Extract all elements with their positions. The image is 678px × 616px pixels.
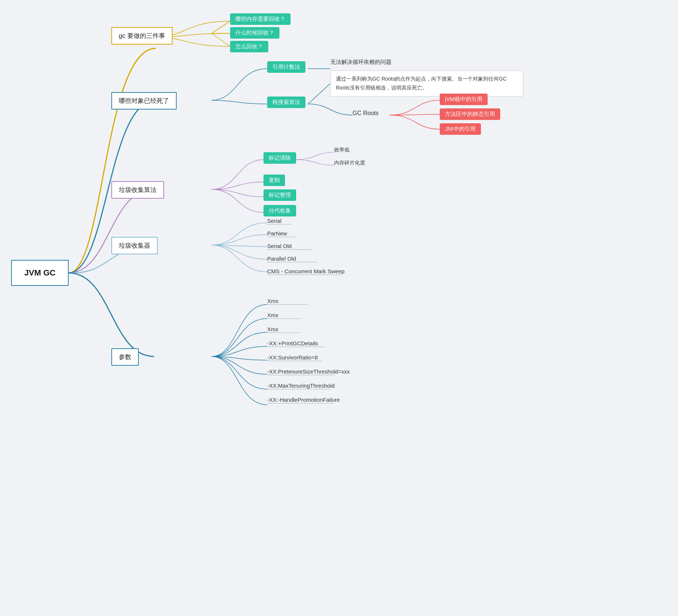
param-xms-label: Xms	[267, 298, 278, 304]
collector-parnew: ParNew	[267, 230, 287, 237]
collector-serial-old-label: Serial Old	[267, 243, 292, 249]
algo-mark-clear: 标记清除	[263, 152, 296, 164]
branch-gc-collectors: 垃圾收集器	[111, 237, 158, 254]
gc-root-jni-label: JNI中的引用	[445, 126, 476, 133]
root-node: JVM GC	[11, 260, 69, 286]
collector-serial: Serial	[267, 218, 281, 224]
algo-gen-collect: 分代收集	[263, 205, 296, 216]
params-label: 参数	[119, 353, 131, 361]
gc-child-2-label: 什么时候回收？	[235, 29, 274, 36]
algo-sub2-text: 内存碎片化度	[334, 160, 365, 166]
param-maxtenuring-label: -XX:MaxTenuringThreshold	[267, 382, 335, 389]
branch-params: 参数	[111, 348, 139, 366]
algo-mark-compact: 标记整理	[263, 189, 296, 201]
param-survivor: -XX:SurvivorRatio=8	[267, 354, 318, 361]
collector-parallel-old-label: Parallel Old	[267, 255, 296, 262]
gc-root-method-label: 方法区中的静态引用	[445, 111, 495, 118]
algo-copy-label: 复制	[269, 177, 280, 184]
gc-child-1-label: 哪些内存需要回收？	[235, 16, 285, 23]
root-search-desc: 通过一系列称为GC Roots的点作为起点，向下搜索。当一个对象到任何GC Ro…	[330, 71, 523, 97]
gc-collectors-label: 垃圾收集器	[119, 241, 150, 250]
collector-parallel-old: Parallel Old	[267, 255, 296, 262]
root-search-node: 根搜索算法	[267, 97, 305, 108]
svg-line-2	[212, 33, 230, 46]
collector-cms-label: CMS - Concurrent Mark Sweep	[267, 268, 344, 274]
algo-gen-collect-label: 分代收集	[269, 207, 291, 214]
gc-things-label: gc 要做的三件事	[119, 32, 165, 40]
root-search-label: 根搜索算法	[272, 99, 300, 106]
gc-child-2: 什么时候回收？	[230, 27, 279, 39]
param-printgc-label: -XX:+PrintGCDetails	[267, 340, 318, 346]
gc-child-3-label: 怎么回收？	[235, 43, 263, 50]
algo-mark-clear-label: 标记清除	[269, 154, 291, 162]
which-dead-label: 哪些对象已经死了	[119, 97, 169, 105]
ref-count-desc: 无法解决循环依赖的问题	[330, 59, 392, 66]
param-xms: Xms	[267, 298, 278, 304]
algo-mark-clear-sub2: 内存碎片化度	[334, 160, 365, 166]
param-pretenure-label: -XX:PretenureSizeThreshold=xxx	[267, 368, 350, 375]
collector-parnew-label: ParNew	[267, 230, 287, 237]
gc-child-3: 怎么回收？	[230, 41, 268, 52]
gc-root-method: 方法区中的静态引用	[440, 108, 500, 120]
svg-line-0	[212, 21, 230, 33]
param-printgc: -XX:+PrintGCDetails	[267, 340, 318, 346]
gc-roots-text: GC Roots	[353, 110, 379, 117]
collector-serial-old: Serial Old	[267, 243, 292, 249]
ref-count-label: 引用计数法	[272, 63, 300, 71]
param-xmx1: Xmx	[267, 312, 278, 318]
algo-sub1-text: 效率低	[334, 147, 350, 153]
gc-root-jvm-label: jVM栈中的引用	[445, 96, 482, 103]
algo-mark-clear-sub1: 效率低	[334, 147, 350, 153]
algo-copy: 复制	[263, 175, 285, 186]
param-xmx1-label: Xmx	[267, 312, 278, 318]
param-xmx2-label: Xmx	[267, 326, 278, 332]
root-label: JVM GC	[24, 268, 55, 278]
gc-root-jvm: jVM栈中的引用	[440, 94, 488, 105]
gc-root-jni: JNI中的引用	[440, 123, 481, 135]
param-xmx2: Xmx	[267, 326, 278, 332]
param-pretenure: -XX:PretenureSizeThreshold=xxx	[267, 368, 350, 375]
gc-roots-label: GC Roots	[353, 110, 379, 117]
collector-cms: CMS - Concurrent Mark Sweep	[267, 268, 344, 274]
svg-line-4	[308, 84, 330, 104]
param-handle-promo: -XX:-HandlePromotionFailure	[267, 397, 340, 403]
param-handle-promo-label: -XX:-HandlePromotionFailure	[267, 397, 340, 403]
collector-serial-label: Serial	[267, 218, 281, 224]
ref-count-node: 引用计数法	[267, 61, 305, 73]
param-maxtenuring: -XX:MaxTenuringThreshold	[267, 382, 335, 389]
root-search-desc-text: 通过一系列称为GC Roots的点作为起点，向下搜索。当一个对象到任何GC Ro…	[336, 75, 518, 92]
algo-mark-compact-label: 标记整理	[269, 192, 291, 199]
branch-which-dead: 哪些对象已经死了	[111, 92, 177, 110]
param-survivor-label: -XX:SurvivorRatio=8	[267, 354, 318, 361]
gc-algo-label: 垃圾收集算法	[119, 186, 157, 194]
branch-gc-things: gc 要做的三件事	[111, 27, 173, 45]
gc-child-1: 哪些内存需要回收？	[230, 13, 291, 25]
ref-count-desc-text: 无法解决循环依赖的问题	[330, 59, 392, 66]
branch-gc-algo: 垃圾收集算法	[111, 181, 164, 199]
